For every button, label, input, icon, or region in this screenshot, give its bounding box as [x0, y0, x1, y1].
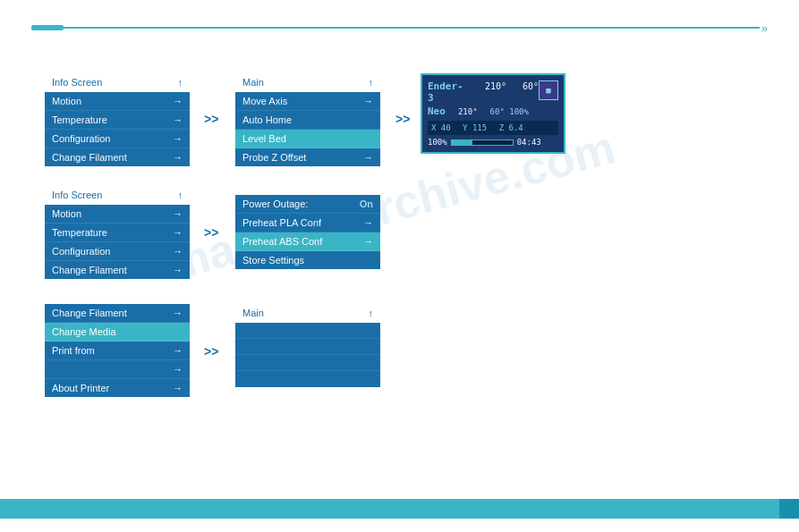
sub-item-blank-2 — [235, 339, 380, 355]
nav-arrow-2: >> — [395, 112, 410, 126]
sub-item-moveaxis[interactable]: Move Axis → — [235, 92, 380, 111]
sub-item-blank-3 — [235, 355, 380, 371]
bottom-bar-corner — [779, 499, 799, 519]
menu-item-motion-1[interactable]: Motion → — [45, 92, 190, 111]
top-bar: » — [31, 18, 768, 38]
menu-item-printfrom[interactable]: Print from → — [45, 342, 190, 360]
sub-panel-2: Power Outage: On Preheat PLA Conf → Preh… — [235, 195, 380, 269]
menu-item-motion-2[interactable]: Motion → — [45, 205, 190, 224]
bottom-bar — [0, 499, 799, 519]
nav-arrow-4: >> — [204, 344, 218, 359]
screen-icon: ■ — [539, 80, 558, 100]
screen-panel-1: Ender-3 210° 60° Neo 210° 60° 100% ■ X 4… — [421, 73, 565, 154]
nav-arrow-1: >> — [204, 112, 218, 126]
screen-progress-row: 100% 04:43 — [428, 138, 558, 147]
menu-item-changefilament-3[interactable]: Change Filament → — [45, 304, 190, 323]
screen-model-name2: Neo — [428, 106, 446, 117]
menu-item-changemedia[interactable]: Change Media — [45, 323, 190, 342]
top-bar-label — [31, 25, 64, 30]
screen-model-name: Ender-3 — [428, 80, 469, 104]
screen-y: Y 115 — [463, 123, 487, 132]
screen-temp1: 210° — [485, 81, 506, 91]
top-bar-line — [64, 27, 760, 29]
sub-panel-1: Main ↑ Move Axis → Auto Home Level Bed P… — [235, 73, 380, 166]
sub-panel-3: Main ↑ — [235, 304, 380, 387]
nav-arrow-3: >> — [204, 225, 218, 240]
menu-item-changefilament-1[interactable]: Change Filament → — [45, 148, 190, 166]
top-bar-arrow: » — [761, 21, 768, 35]
menu-item-temperature-1[interactable]: Temperature → — [45, 111, 190, 130]
sub-item-autohome[interactable]: Auto Home — [235, 111, 380, 130]
menu-item-infoscreen-1[interactable]: Info Screen ↑ — [45, 73, 190, 92]
sub-item-preheatpla[interactable]: Preheat PLA Conf → — [235, 214, 380, 232]
menu-item-infoscreen-2[interactable]: Info Screen ↑ — [45, 186, 190, 205]
sub-item-blank-4 — [235, 371, 380, 387]
sub-item-blank-1 — [235, 323, 380, 339]
screen-progress-fill — [452, 140, 473, 145]
menu-panel-3: Change Filament → Change Media Print fro… — [45, 304, 190, 397]
menu-panel-2: Info Screen ↑ Motion → Temperature → Con… — [45, 186, 190, 279]
menu-panel-1: Info Screen ↑ Motion → Temperature → Con… — [45, 73, 190, 166]
menu-item-aboutprinter[interactable]: About Printer → — [45, 379, 190, 397]
sub-item-poweroutage[interactable]: Power Outage: On — [235, 195, 380, 214]
menu-item-temperature-2[interactable]: Temperature → — [45, 224, 190, 242]
screen-temp4: 60° 100% — [490, 107, 529, 116]
screen-temp2: 60° — [523, 81, 539, 91]
screen-temp3: 210° — [458, 107, 478, 116]
menu-item-configuration-2[interactable]: Configuration → — [45, 242, 190, 261]
sub-item-storesettings[interactable]: Store Settings — [235, 251, 380, 269]
sub-item-main-3[interactable]: Main ↑ — [235, 304, 380, 323]
menu-item-configuration-1[interactable]: Configuration → — [45, 130, 190, 148]
screen-progress-bar — [451, 139, 514, 146]
sub-item-preheatabs[interactable]: Preheat ABS Conf → — [235, 232, 380, 251]
sub-item-poweroutage-value: On — [360, 198, 373, 209]
screen-progress-pct: 100% — [428, 138, 447, 147]
sub-item-levelbed[interactable]: Level Bed — [235, 130, 380, 148]
sub-item-probezoffset[interactable]: Probe Z Offset → — [235, 148, 380, 166]
screen-time: 04:43 — [517, 138, 541, 147]
screen-x: X 40 — [431, 123, 451, 132]
sub-item-main-1[interactable]: Main ↑ — [235, 73, 380, 92]
menu-item-changefilament-2[interactable]: Change Filament → — [45, 261, 190, 279]
menu-item-blank[interactable]: → — [45, 360, 190, 379]
screen-z: Z 6.4 — [499, 123, 523, 132]
